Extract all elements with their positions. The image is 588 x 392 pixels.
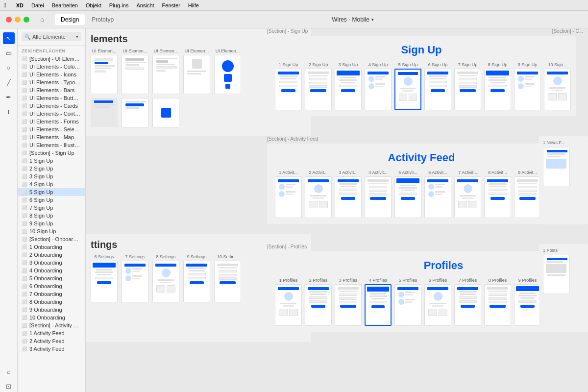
search-box[interactable]: 🔍 Alle Elemente ▾	[22, 32, 81, 41]
sidebar-item[interactable]: ⬜10 Onboarding	[18, 314, 85, 321]
artboard-thumb[interactable]	[183, 55, 210, 94]
sidebar-item[interactable]: ⬜UI Elements - Buttons	[18, 94, 85, 102]
artboard-thumb[interactable]	[275, 284, 302, 326]
sidebar-item[interactable]: ⬜[Section] - Onboarding	[18, 235, 85, 243]
sidebar-item[interactable]: ⬜[Section] - Sign Up	[18, 149, 85, 157]
sidebar-item[interactable]: ⬜3 Onboarding	[18, 259, 85, 267]
artboard-thumb[interactable]	[394, 69, 421, 110]
sidebar-item[interactable]: ⬜1 Onboarding	[18, 243, 85, 251]
posts-thumb[interactable]	[543, 255, 570, 294]
menu-datei[interactable]: Datei	[31, 2, 44, 8]
close-button[interactable]	[6, 17, 12, 23]
artboard-thumb[interactable]	[275, 176, 302, 218]
search-tool[interactable]: ⌕	[3, 366, 15, 377]
artboard-thumb[interactable]	[305, 176, 332, 218]
artboard-thumb[interactable]	[122, 98, 148, 127]
artboard-thumb[interactable]	[91, 55, 118, 94]
artboard-thumb[interactable]	[424, 69, 451, 110]
select-tool[interactable]: ↖	[3, 32, 15, 44]
ellipse-tool[interactable]: ○	[3, 62, 15, 74]
sidebar-item[interactable]: ⬜1 Activity Feed	[18, 329, 85, 337]
title-dropdown-arrow[interactable]: ▾	[371, 17, 374, 22]
artboard-thumb-blue[interactable]	[152, 98, 179, 127]
menu-plugins[interactable]: Plug-ins	[109, 2, 129, 8]
artboard-thumb[interactable]	[484, 284, 511, 326]
minimize-button[interactable]	[15, 17, 21, 23]
sidebar-item[interactable]: ⬜UI Elements - Cards	[18, 102, 85, 110]
sidebar-item[interactable]: ⬜9 Sign Up	[18, 220, 85, 227]
sidebar-item[interactable]: ⬜5 Onboarding	[18, 274, 85, 282]
artboard-thumb[interactable]	[214, 55, 241, 94]
artboard-thumb[interactable]	[454, 176, 481, 218]
text-tool[interactable]: T	[3, 106, 15, 118]
sidebar-item[interactable]: ⬜UI Elements - Bars	[18, 86, 85, 94]
sidebar-item[interactable]: ⬜6 Sign Up	[18, 196, 85, 204]
sidebar-item[interactable]: ⬜UI Elements - Illustrations,...	[18, 141, 85, 149]
sidebar-item[interactable]: ⬜7 Onboarding	[18, 290, 85, 298]
sidebar-item[interactable]: ⬜5 Sign Up	[18, 188, 85, 196]
sidebar-item[interactable]: ⬜6 Onboarding	[18, 282, 85, 290]
sidebar-item[interactable]: ⬜1 Sign Up	[18, 157, 85, 165]
sidebar-item[interactable]: ⬜2 Onboarding	[18, 251, 85, 259]
artboard-thumb[interactable]	[335, 176, 362, 218]
artboard-thumb[interactable]	[214, 261, 241, 302]
news-thumb[interactable]	[543, 147, 570, 186]
sidebar-item[interactable]: ⬜UI Elements - Typography	[18, 78, 85, 86]
menu-bearbeiten[interactable]: Bearbeiten	[52, 2, 78, 8]
sidebar-item[interactable]: ⬜4 Sign Up	[18, 180, 85, 188]
line-tool[interactable]: ╱	[3, 76, 15, 88]
bottom-tool[interactable]: ⊡	[3, 380, 15, 392]
artboard-thumb[interactable]	[484, 69, 511, 110]
sidebar-item[interactable]: ⬜8 Onboarding	[18, 298, 85, 306]
sidebar-item[interactable]: ⬜4 Onboarding	[18, 267, 85, 274]
artboard-thumb[interactable]	[122, 55, 148, 94]
artboard-thumb[interactable]	[152, 55, 179, 94]
sidebar-item[interactable]: ⬜8 Sign Up	[18, 212, 85, 220]
sidebar-item[interactable]: ⬜UI Elements - Controls	[18, 110, 85, 118]
artboard-thumb[interactable]	[275, 69, 302, 110]
menu-xd[interactable]: XD	[16, 2, 24, 8]
artboard-thumb[interactable]	[394, 176, 421, 218]
artboard-thumb[interactable]	[305, 69, 332, 110]
artboard-thumb[interactable]	[454, 69, 481, 110]
artboard-thumb[interactable]	[152, 261, 179, 302]
rectangle-tool[interactable]: ▭	[3, 47, 15, 59]
artboard-thumb[interactable]	[91, 261, 118, 302]
artboard-thumb[interactable]	[514, 69, 541, 110]
sidebar-item[interactable]: ⬜[Section] - UI Elements	[18, 55, 85, 63]
sidebar-item[interactable]: ⬜UI Elements - Color Palette	[18, 63, 85, 71]
artboard-thumb-partial[interactable]	[91, 98, 118, 127]
sidebar-item[interactable]: ⬜7 Sign Up	[18, 204, 85, 212]
tab-design[interactable]: Design	[55, 14, 85, 25]
sidebar-item[interactable]: ⬜UI Elements - Map	[18, 133, 85, 141]
sidebar-item[interactable]: ⬜UI Elements - Selectors	[18, 125, 85, 133]
artboard-thumb[interactable]	[183, 261, 210, 302]
apple-menu[interactable]: 	[4, 1, 6, 9]
menu-ansicht[interactable]: Ansicht	[136, 2, 154, 8]
menu-hilfe[interactable]: Hilfe	[188, 2, 199, 8]
home-button[interactable]: ⌂	[37, 15, 47, 24]
maximize-button[interactable]	[24, 17, 29, 23]
pen-tool[interactable]: ✒	[3, 91, 15, 103]
artboard-thumb[interactable]	[514, 176, 541, 218]
menu-objekt[interactable]: Objekt	[86, 2, 101, 8]
artboard-thumb[interactable]	[365, 176, 392, 218]
artboard-thumb[interactable]	[514, 284, 541, 326]
artboard-thumb[interactable]	[365, 284, 392, 326]
sidebar-item[interactable]: ⬜UI Elements - Icons	[18, 71, 85, 78]
sidebar-item[interactable]: ⬜2 Sign Up	[18, 165, 85, 172]
sidebar-item[interactable]: ⬜2 Activity Feed	[18, 337, 85, 345]
artboard-thumb[interactable]	[335, 69, 362, 110]
artboard-thumb[interactable]	[365, 69, 392, 110]
artboard-thumb[interactable]	[484, 176, 511, 218]
sidebar-item[interactable]: ⬜10 Sign Up	[18, 227, 85, 235]
artboard-thumb[interactable]	[424, 284, 451, 326]
sidebar-item[interactable]: ⬜3 Activity Feed	[18, 345, 85, 353]
artboard-thumb[interactable]	[394, 284, 421, 326]
artboard-thumb[interactable]	[122, 261, 148, 302]
sidebar-item[interactable]: ⬜3 Sign Up	[18, 172, 85, 180]
menu-fenster[interactable]: Fenster	[162, 2, 180, 8]
artboard-thumb[interactable]	[544, 69, 571, 110]
artboard-thumb[interactable]	[454, 284, 481, 326]
search-dropdown[interactable]: ▾	[76, 34, 78, 39]
